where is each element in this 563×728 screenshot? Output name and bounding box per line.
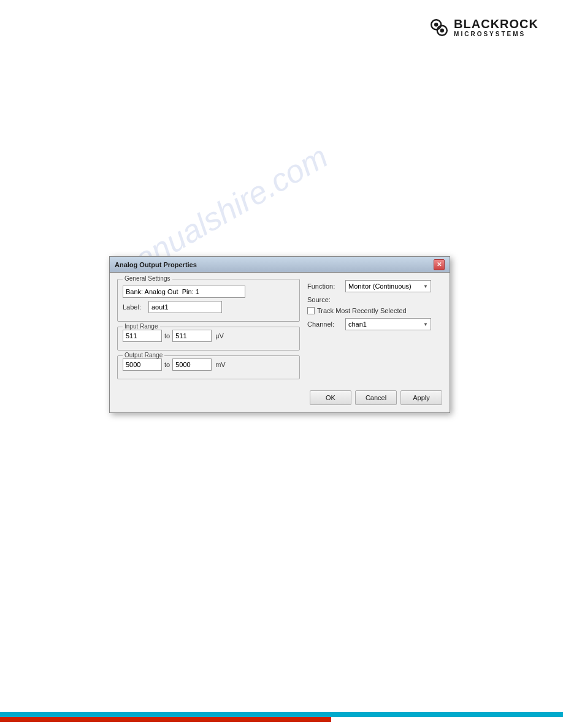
output-range-label: Output Range xyxy=(123,352,164,358)
blackrock-logo-icon xyxy=(429,18,449,37)
logo-text: BLACKROCK MICROSYSTEMS xyxy=(454,17,538,37)
svg-point-2 xyxy=(434,23,438,26)
input-range-to-label: to xyxy=(164,332,170,339)
function-dropdown-arrow: ▼ xyxy=(423,284,428,289)
function-value: Monitor (Continuous) xyxy=(348,282,412,290)
track-checkbox[interactable] xyxy=(307,307,315,314)
bank-row xyxy=(123,286,294,298)
apply-button[interactable]: Apply xyxy=(400,390,442,405)
logo-brand: BLACKROCK xyxy=(454,17,538,31)
bottom-bar-blue xyxy=(0,712,563,717)
channel-row: Channel: chan1 ▼ xyxy=(307,318,442,330)
output-range-unit: mV xyxy=(215,361,226,368)
analog-output-properties-dialog: Analog Output Properties ✕ General Setti… xyxy=(109,256,450,413)
label-row: Label: xyxy=(123,301,294,313)
ok-button[interactable]: OK xyxy=(310,390,351,405)
dialog-titlebar: Analog Output Properties ✕ xyxy=(110,257,450,273)
dialog-left: General Settings Label: Input Range xyxy=(117,279,300,384)
function-label: Function: xyxy=(307,282,342,290)
input-range-group: Input Range to µV xyxy=(117,327,300,351)
close-button[interactable]: ✕ xyxy=(434,259,445,270)
function-row: Function: Monitor (Continuous) ▼ xyxy=(307,280,442,292)
input-range-unit: µV xyxy=(215,332,224,339)
general-settings-label: General Settings xyxy=(123,275,172,282)
bottom-bar-red xyxy=(0,717,331,722)
buttons-row: OK Cancel Apply xyxy=(117,390,442,405)
output-range-to[interactable] xyxy=(172,358,212,371)
dialog-right: Function: Monitor (Continuous) ▼ Source:… xyxy=(307,279,442,384)
cancel-button[interactable]: Cancel xyxy=(355,390,397,405)
logo-sub: MICROSYSTEMS xyxy=(454,31,538,37)
source-label: Source: xyxy=(307,296,342,303)
output-range-to-label: to xyxy=(164,361,170,368)
dialog-body: General Settings Label: Input Range xyxy=(110,273,450,412)
output-range-group: Output Range to mV xyxy=(117,355,300,379)
dialog-columns: General Settings Label: Input Range xyxy=(117,279,442,384)
function-dropdown[interactable]: Monitor (Continuous) ▼ xyxy=(345,280,431,292)
output-range-row: to mV xyxy=(123,358,294,371)
general-settings-group: General Settings Label: xyxy=(117,279,300,322)
channel-dropdown[interactable]: chan1 ▼ xyxy=(345,318,431,330)
input-range-to[interactable] xyxy=(172,330,212,342)
input-range-label: Input Range xyxy=(123,323,160,330)
svg-point-3 xyxy=(440,28,444,32)
bank-input[interactable] xyxy=(123,286,245,298)
dialog-title: Analog Output Properties xyxy=(115,261,197,268)
channel-value: chan1 xyxy=(348,320,367,328)
track-checkbox-row: Track Most Recently Selected xyxy=(307,307,442,314)
label-label: Label: xyxy=(123,303,146,311)
source-row: Source: xyxy=(307,296,442,303)
channel-label: Channel: xyxy=(307,320,342,328)
logo-area: BLACKROCK MICROSYSTEMS xyxy=(429,17,538,37)
channel-dropdown-arrow: ▼ xyxy=(423,322,428,327)
input-range-row: to µV xyxy=(123,330,294,342)
output-range-from[interactable] xyxy=(123,358,162,371)
label-input[interactable] xyxy=(148,301,222,313)
input-range-from[interactable] xyxy=(123,330,162,342)
track-checkbox-label: Track Most Recently Selected xyxy=(317,307,407,314)
